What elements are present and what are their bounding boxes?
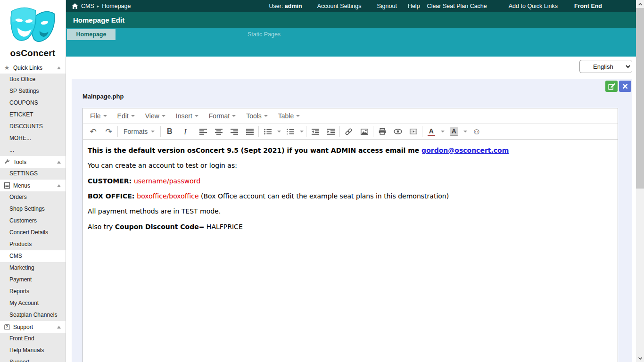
page-scrollbar[interactable] [636, 0, 644, 362]
sidebar-item-reports[interactable]: Reports [0, 286, 66, 297]
front-end-link[interactable]: Front End [574, 3, 602, 9]
scrollbar-thumb[interactable] [636, 8, 644, 189]
redo-button[interactable]: ↷ [101, 125, 116, 138]
bullet-list-button[interactable] [260, 125, 275, 138]
paragraph: CUSTOMER: username/password [88, 177, 613, 186]
sidebar-item-discounts[interactable]: DISCOUNTS [0, 121, 66, 132]
paragraph: Also try Coupon Discount Code= HALFPRICE [88, 222, 613, 231]
theater-masks-icon [8, 4, 58, 49]
print-button[interactable] [374, 125, 390, 138]
filename-label: Mainpage.php [83, 93, 124, 100]
insert-link-button[interactable] [341, 125, 356, 138]
sidebar-item-payment[interactable]: Payment [0, 274, 66, 286]
add-to-quick-links-link[interactable]: Add to Quick Links [509, 3, 558, 9]
help-link[interactable]: Help [408, 3, 420, 9]
sidebar-section-quick-links[interactable]: ★ Quick Links [0, 62, 66, 74]
sidebar-item-ellipsis[interactable]: ... [0, 144, 66, 156]
topbar-menu: User: admin Account Settings Signout Hel… [269, 3, 636, 9]
sidebar-item-customers[interactable]: Customers [0, 215, 66, 227]
sidebar-item-orders[interactable]: Orders [0, 191, 66, 203]
clear-seat-plan-cache-link[interactable]: Clear Seat Plan Cache [427, 3, 487, 9]
customer-credentials: username/password [134, 177, 200, 185]
sidebar-item-box-office[interactable]: Box Office [0, 74, 66, 85]
collapse-icon [57, 184, 61, 187]
align-justify-button[interactable] [242, 125, 257, 138]
sidebar-item-coupons[interactable]: COUPONS [0, 97, 66, 109]
preview-button[interactable] [390, 125, 405, 138]
menu-format[interactable]: Format [204, 108, 241, 123]
sidebar-item-support[interactable]: Support [0, 356, 66, 362]
boxoffice-credentials: boxoffice/boxoffice [137, 192, 198, 200]
home-icon[interactable] [72, 3, 78, 9]
menu-view[interactable]: View [140, 108, 171, 123]
menu-insert[interactable]: Insert [171, 108, 204, 123]
sidebar-item-sp-settings[interactable]: SP Settings [0, 85, 66, 97]
text-color-caret[interactable] [439, 125, 446, 138]
breadcrumb-homepage[interactable]: Homepage [102, 3, 131, 9]
menu-file[interactable]: File [85, 108, 112, 123]
undo-button[interactable]: ↶ [85, 125, 101, 138]
tab-homepage[interactable]: Homepage [67, 29, 116, 40]
tab-static-pages[interactable]: Static Pages [182, 29, 347, 40]
background-color-caret[interactable] [462, 125, 469, 138]
sidebar-item-shop-settings[interactable]: Shop Settings [0, 203, 66, 215]
toolbar-separator [160, 126, 161, 137]
align-right-button[interactable] [226, 125, 242, 138]
menu-tools[interactable]: Tools [241, 108, 273, 123]
wrench-icon [3, 159, 11, 165]
sidebar-item-help-manuals[interactable]: Help Manuals [0, 345, 66, 356]
bold-icon: B [167, 128, 173, 135]
sidebar-section-support[interactable]: ? Support [0, 321, 66, 333]
toolbar-separator [339, 126, 340, 137]
account-settings-link[interactable]: Account Settings [317, 3, 362, 9]
sidebar-item-seatplan-channels[interactable]: Seatplan Channels [0, 309, 66, 321]
sidebar-item-my-account[interactable]: My Account [0, 297, 66, 309]
email-link[interactable]: gordon@osconcert.com [421, 147, 509, 154]
collapse-icon [57, 326, 61, 329]
sidebar-item-more[interactable]: MORE... [0, 132, 66, 144]
insert-image-button[interactable] [356, 125, 372, 138]
outdent-button[interactable] [307, 125, 323, 138]
toolbar-separator [194, 126, 194, 137]
paragraph: BOX OFFICE: boxoffice/boxoffice (Box Off… [88, 192, 613, 201]
indent-button[interactable] [323, 125, 339, 138]
italic-button[interactable]: I [177, 125, 193, 138]
sidebar-item-front-end[interactable]: Front End [0, 333, 66, 345]
indent-icon [327, 129, 335, 135]
align-center-button[interactable] [211, 125, 226, 138]
numbered-list-button[interactable] [282, 125, 298, 138]
insert-media-button[interactable] [405, 125, 421, 138]
bullet-list-caret[interactable] [275, 125, 282, 138]
close-button[interactable] [619, 81, 631, 92]
scroll-down-button[interactable] [636, 354, 644, 362]
user-indicator: User: admin [269, 3, 302, 9]
chevron-down-icon [264, 115, 268, 117]
sidebar-item-marketing[interactable]: Marketing [0, 262, 66, 274]
edit-button[interactable] [605, 81, 618, 92]
sidebar-item-concert-details[interactable]: Concert Details [0, 227, 66, 239]
bold-button[interactable]: B [162, 125, 177, 138]
sidebar-section-tools[interactable]: Tools [0, 156, 66, 168]
formats-dropdown[interactable]: Formats [119, 125, 159, 138]
sidebar-section-menus[interactable]: Menus [0, 180, 66, 191]
text-color-icon: A [428, 127, 435, 136]
chevron-down-icon [296, 115, 300, 117]
emoticons-button[interactable]: ☺ [469, 125, 484, 138]
menu-table[interactable]: Table [273, 108, 305, 123]
language-select[interactable]: English [579, 60, 632, 73]
signout-link[interactable]: Signout [377, 3, 396, 9]
sidebar-item-products[interactable]: Products [0, 239, 66, 250]
numbered-list-caret[interactable] [298, 125, 305, 138]
chevron-down-icon [131, 115, 135, 117]
sidebar-item-settings[interactable]: SETTINGS [0, 168, 66, 180]
background-color-button[interactable]: A [446, 125, 462, 138]
breadcrumb-cms[interactable]: CMS [81, 3, 94, 9]
sidebar-item-eticket[interactable]: ETICKET [0, 109, 66, 121]
breadcrumb-separator-icon: ▸ [97, 4, 99, 8]
menu-edit[interactable]: Edit [112, 108, 140, 123]
text-color-button[interactable]: A [423, 125, 439, 138]
scroll-up-button[interactable] [636, 0, 644, 8]
align-left-button[interactable] [195, 125, 211, 138]
sidebar-item-cms[interactable]: CMS [0, 250, 66, 262]
editor-content[interactable]: This is the default version osConcert 9.… [83, 140, 618, 362]
